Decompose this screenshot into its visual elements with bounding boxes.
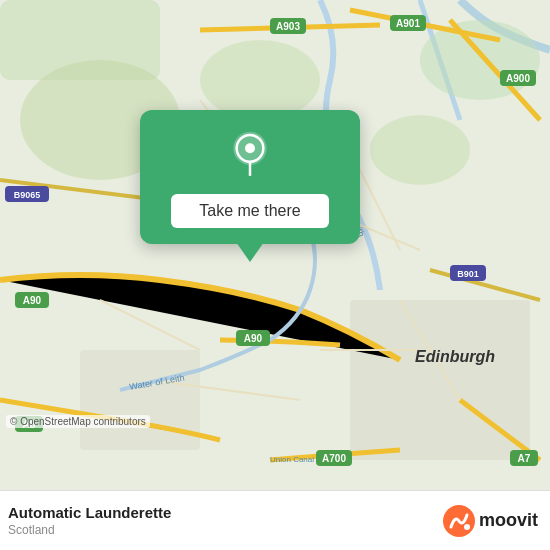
bottom-bar: Automatic Launderette Scotland moovit xyxy=(0,490,550,550)
osm-credit: © OpenStreetMap contributors xyxy=(6,415,150,428)
popup-card: Take me there xyxy=(140,110,360,244)
moovit-text: moovit xyxy=(479,510,538,531)
svg-rect-7 xyxy=(80,350,200,450)
svg-text:A900: A900 xyxy=(506,73,530,84)
location-subtitle: Scotland xyxy=(8,523,171,537)
svg-text:A7: A7 xyxy=(518,453,531,464)
take-me-there-button[interactable]: Take me there xyxy=(171,194,328,228)
moovit-icon xyxy=(443,505,475,537)
svg-point-47 xyxy=(245,143,255,153)
svg-text:A903: A903 xyxy=(276,21,300,32)
svg-text:A700: A700 xyxy=(322,453,346,464)
svg-text:A90: A90 xyxy=(23,295,42,306)
svg-text:B901: B901 xyxy=(457,269,479,279)
svg-point-49 xyxy=(464,524,470,530)
svg-point-5 xyxy=(420,20,540,100)
svg-rect-4 xyxy=(0,0,160,80)
location-pin-icon xyxy=(225,130,275,180)
location-title: Automatic Launderette xyxy=(8,504,171,521)
svg-text:Union Canal: Union Canal xyxy=(270,455,314,464)
svg-text:A901: A901 xyxy=(396,18,420,29)
svg-point-3 xyxy=(370,115,470,185)
moovit-logo: moovit xyxy=(443,505,538,537)
svg-text:A90: A90 xyxy=(244,333,263,344)
svg-text:Edinburgh: Edinburgh xyxy=(415,348,495,365)
svg-rect-6 xyxy=(350,300,530,460)
location-info: Automatic Launderette Scotland xyxy=(8,504,171,537)
svg-point-2 xyxy=(200,40,320,120)
svg-text:B9065: B9065 xyxy=(14,190,41,200)
map-container: A903 A901 A900 B9065 A90 A90 A8 B901 A7 … xyxy=(0,0,550,490)
